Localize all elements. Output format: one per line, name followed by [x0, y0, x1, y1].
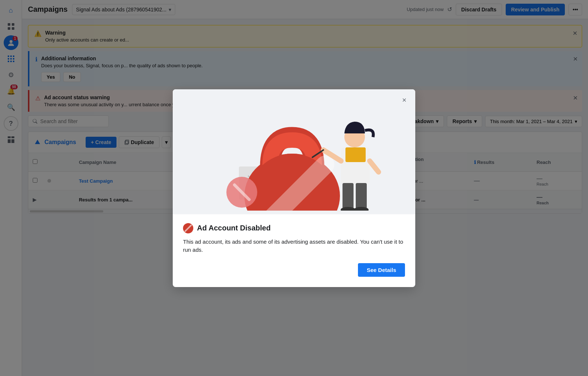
modal: × [173, 89, 415, 287]
disabled-lock-icon [183, 223, 193, 233]
svg-rect-34 [343, 183, 354, 209]
svg-rect-35 [356, 183, 367, 209]
svg-rect-33 [345, 147, 366, 162]
modal-title-row: Ad Account Disabled [183, 223, 405, 233]
modal-overlay[interactable]: × [0, 0, 588, 376]
modal-footer: See Details [183, 263, 405, 277]
modal-close-button[interactable]: × [398, 94, 410, 106]
modal-description: This ad account, its ads and some of its… [183, 238, 405, 254]
svg-line-40 [370, 161, 379, 172]
modal-body: Ad Account Disabled This ad account, its… [173, 214, 415, 287]
modal-illustration-svg [187, 93, 401, 211]
see-details-button[interactable]: See Details [358, 263, 405, 277]
modal-title: Ad Account Disabled [197, 224, 270, 232]
modal-illustration: × [173, 89, 415, 214]
